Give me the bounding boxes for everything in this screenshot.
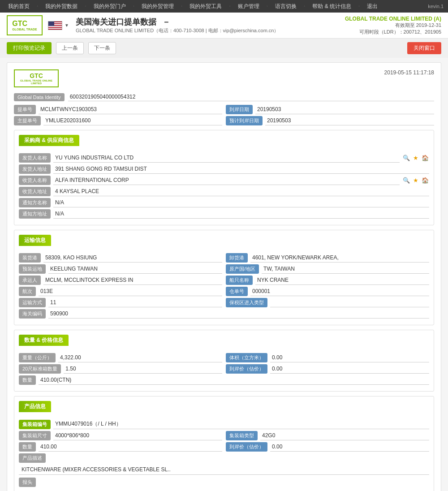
landed-price2-label: 到岸价（估价）	[226, 442, 267, 452]
bill-no-item: 提单号 MCLMTWNYC1903053	[14, 105, 222, 114]
voyage-bill-row: 航次 013E 仓单号 000001	[19, 287, 429, 296]
arrival-date-value: 20190503	[255, 105, 434, 114]
est-arrival-value: 20190503	[265, 116, 434, 125]
shipper-addr-label: 发货人地址	[19, 164, 51, 174]
landed-price-item: 到岸价（估价） 0.00	[226, 364, 429, 374]
nav-account[interactable]: 账户管理	[234, 3, 263, 10]
est-arrival-label: 预计到岸日期	[226, 116, 263, 125]
consignee-addr-row: 收货人地址 4 KAYSAL PLACE	[19, 187, 429, 196]
nav-separator4: ·	[177, 3, 186, 10]
std20-value: 1.50	[64, 365, 222, 374]
customs-code-label: 海关编码	[19, 309, 46, 319]
nav-trade-data[interactable]: 我的外贸数据	[42, 3, 81, 10]
nav-portal[interactable]: 我的外贸门户	[90, 3, 129, 10]
consignee-star-icon[interactable]: ★	[412, 177, 420, 185]
master-bill-value: YMLUE202031600	[43, 116, 222, 125]
consignee-home-icon[interactable]: 🏠	[421, 177, 429, 185]
nav-separator6: ·	[263, 3, 271, 10]
nav-home[interactable]: 我的首页	[4, 3, 33, 10]
pre-dest-item: 预装运地 KEELUNG TAIWAN	[19, 264, 222, 274]
ldr-info: 可用时段（LDR）：200712、201905	[345, 29, 441, 35]
gdi-value: 6003201905040000054312	[68, 93, 434, 101]
vessel-item: 船只名称 NYK CRANE	[226, 276, 429, 285]
consignee-icons: 🔍 ★ 🏠	[402, 177, 429, 185]
loading-port-label: 装货港	[19, 253, 41, 263]
std20-label: 20尺标准箱数量	[19, 364, 61, 374]
print-button[interactable]: 打印预览记录	[7, 42, 52, 54]
transport-mode-value: 11	[48, 298, 222, 307]
consignee-row: 收货人名称 ALFA INTERNATIONAL CORP 🔍 ★ 🏠	[19, 176, 429, 185]
container-size-value: 4000*806*800	[53, 431, 222, 440]
flag-area[interactable]: ▼	[48, 21, 69, 30]
nav-separator1: ·	[33, 3, 42, 10]
est-arrival-item: 预计到岸日期 20190503	[226, 116, 434, 125]
weight-item: 重量（公斤） 4,322.00	[19, 353, 222, 362]
quantity-price-section: 数量 & 价格信息 重量（公斤） 4,322.00 体积（立方米） 0.00 2…	[14, 330, 434, 392]
bill-no-label: 提单号	[14, 105, 36, 114]
bill-no2-item: 仓单号 000001	[226, 287, 429, 296]
nav-language[interactable]: 语言切换	[271, 3, 300, 10]
container-type-item: 集装箱类型 42G0	[226, 431, 429, 440]
consignee-addr-value: 4 KAYSAL PLACE	[53, 187, 429, 196]
volume-value: 0.00	[270, 353, 429, 362]
nav-separator2: ·	[81, 3, 90, 10]
pre-dest-value: KEELUNG TAIWAN	[48, 265, 222, 274]
desc-label: 产品描述	[19, 453, 46, 463]
shipper-addr-row: 发货人地址 391 SHANG GONG RD TAMSUI DIST	[19, 164, 429, 174]
transport-mode-label: 运输方式	[19, 298, 46, 307]
consignee-search-icon[interactable]: 🔍	[402, 177, 410, 185]
weight-volume-row: 重量（公斤） 4,322.00 体积（立方米） 0.00	[19, 353, 429, 362]
page-subtitle: GLOBAL TRADE ONLINE LIMITED（电话：400-710-3…	[76, 27, 279, 34]
container-size-type-row: 集装箱尺寸 4000*806*800 集装箱类型 42G0	[19, 431, 429, 440]
ftz-label: 保税区进入类型	[226, 298, 267, 307]
qty-value: 410.00(CTN)	[39, 376, 429, 385]
nav-separator8: ·	[355, 3, 363, 10]
nav-logout[interactable]: 退出	[363, 3, 381, 10]
nav-admin[interactable]: 我的外贸管理	[138, 3, 177, 10]
weight-label: 重量（公斤）	[19, 353, 56, 362]
landed-price2-item: 到岸价（估价） 0.00	[226, 442, 429, 452]
master-bill-item: 主提单号 YMLUE202031600	[14, 116, 222, 125]
top-action-bar: 打印预览记录 上一条 下一条 关闭窗口	[0, 39, 448, 58]
notify-row: 通知方名称 N/A	[19, 198, 429, 207]
product-title-row: 产品信息	[19, 401, 429, 416]
flag-dropdown-icon[interactable]: ▼	[65, 23, 69, 28]
next-button[interactable]: 下一条	[88, 42, 116, 54]
origin-item: 原产国/地区 TW, TAIWAN	[226, 264, 429, 274]
desc-label-row: 产品描述	[19, 453, 429, 463]
top-nav: 我的首页 · 我的外贸数据 · 我的外贸门户 · 我的外贸管理 · 我的外贸工具…	[0, 0, 448, 13]
shipper-addr-value: 391 SHANG GONG RD TAMSUI DIST	[53, 165, 429, 174]
close-button[interactable]: 关闭窗口	[407, 42, 441, 54]
unloading-port-item: 卸货港 4601, NEW YORK/NEWARK AREA,	[226, 253, 429, 263]
header-bar: GTC GLOBAL TRADE ▼ 美国海关进口提单数据 － GLOBAL T…	[0, 13, 448, 39]
content-wrapper: GTC GLOBAL TRADE ONLINE LIMITED 2019-05-…	[0, 58, 448, 491]
container-type-value: 42G0	[260, 431, 429, 440]
shipper-search-icon[interactable]: 🔍	[402, 154, 410, 162]
container-no-value: YMMU4079016（/ L / HH）	[53, 419, 429, 429]
transport-section: 运输信息 装货港 58309, KAO HSIUNG 卸货港 4601, NEW…	[14, 230, 434, 325]
arrival-date-item: 到岸日期 20190503	[226, 105, 434, 114]
shipper-home-icon[interactable]: 🏠	[421, 154, 429, 162]
unloading-port-label: 卸货港	[226, 253, 248, 263]
carrier-label: 承运人	[19, 276, 41, 285]
nav-separator3: ·	[129, 3, 138, 10]
container-no-row: 集装箱编号 YMMU4079016（/ L / HH）	[19, 419, 429, 429]
shipper-star-icon[interactable]: ★	[412, 154, 420, 162]
master-bill-label: 主提单号	[14, 116, 41, 125]
qty-row: 数量 410.00(CTN)	[19, 375, 429, 385]
nav-help[interactable]: 帮助 & 统计信息	[309, 3, 355, 10]
prev-button[interactable]: 上一条	[56, 42, 84, 54]
weight-value: 4,322.00	[58, 353, 222, 362]
card-timestamp: 2019-05-15 11:17:18	[384, 69, 434, 76]
transport-title-row: 运输信息	[19, 235, 429, 250]
nav-tools[interactable]: 我的外贸工具	[186, 3, 225, 10]
notify-addr-row: 通知方地址 N/A	[19, 209, 429, 219]
card-logo: GTC GLOBAL TRADE ONLINE LIMITED	[14, 69, 59, 87]
container-type-label: 集装箱类型	[226, 431, 258, 440]
buyer-supplier-section: 采购商 & 供应商信息 发货人名称 YU YUNG INDUSTRIAL CO …	[14, 130, 434, 225]
gdi-row: Global Data Identity 6003201905040000054…	[14, 93, 434, 101]
transport-mode-row: 运输方式 11 保税区进入类型	[19, 298, 429, 307]
qty2-value: 410.00	[39, 443, 222, 452]
logo: GTC GLOBAL TRADE	[7, 15, 43, 35]
nav-user: kevin.1	[428, 4, 444, 9]
